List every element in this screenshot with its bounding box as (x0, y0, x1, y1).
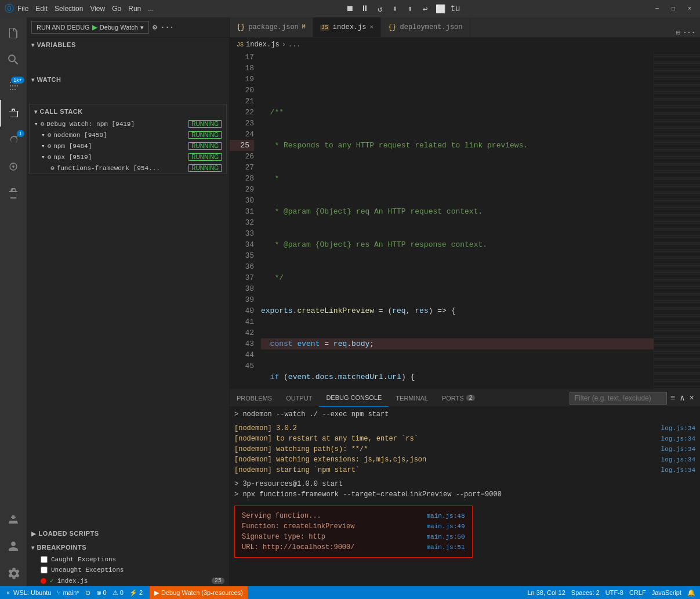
activity-account[interactable] (0, 533, 27, 560)
cursor-position[interactable]: Ln 38, Col 12 (527, 589, 565, 596)
remote-status[interactable]: ⊙ (85, 589, 90, 597)
nodemon-ref-4[interactable]: log.js:34 (661, 454, 695, 465)
callstack-item-4[interactable]: ⚙ functions-framework [954... RUNNING (30, 163, 226, 174)
line-ending-indicator[interactable]: CRLF (629, 589, 646, 596)
url-ref[interactable]: main.js:51 (426, 542, 465, 553)
tab-index-close[interactable]: × (369, 24, 373, 31)
watch-section-title[interactable]: ▾ WATCH (27, 73, 229, 86)
menu-edit[interactable]: Edit (35, 5, 48, 13)
menu-file[interactable]: File (17, 5, 28, 13)
step-over-btn[interactable]: ⬇ (388, 2, 402, 16)
spaces-indicator[interactable]: Spaces: 2 (571, 589, 600, 596)
tab-problems[interactable]: PROBLEMS (230, 389, 279, 407)
tab-debug-console[interactable]: DEBUG CONSOLE (319, 389, 389, 407)
pause-btn[interactable]: ⏸ (358, 2, 372, 16)
uncaught-exceptions-checkbox[interactable] (41, 566, 48, 573)
step-out-btn[interactable]: ↩ (418, 2, 432, 16)
callstack-item-2[interactable]: ▾ ⚙ npm [9484] RUNNING (30, 140, 226, 151)
variables-section: ▾ VARIABLES (27, 38, 229, 73)
callstack-item-3[interactable]: ▾ ⚙ npx [9519] RUNNING (30, 151, 226, 163)
caught-exceptions-checkbox[interactable] (41, 556, 48, 563)
menu-go[interactable]: Go (112, 5, 121, 13)
breakpoints-label: BREAKPOINTS (37, 544, 87, 551)
menu-view[interactable]: View (90, 5, 105, 13)
nodemon-text-3: [nodemon] watching path(s): **/* (234, 444, 368, 454)
breadcrumb-symbol[interactable]: ... (288, 41, 301, 49)
console-nodemon-4: [nodemon] watching extensions: js,mjs,cj… (234, 454, 695, 465)
variables-section-title[interactable]: ▾ VARIABLES (27, 38, 229, 52)
breakpoints-title[interactable]: ▾ BREAKPOINTS (27, 540, 229, 554)
more-actions-icon[interactable]: ··· (683, 29, 695, 37)
nodemon-ref-1[interactable]: log.js:34 (661, 423, 695, 434)
debug-more-icon[interactable]: ··· (161, 23, 174, 32)
tab-index-icon: JS (320, 24, 329, 31)
serving-ref[interactable]: main.js:48 (426, 511, 465, 521)
stop-btn[interactable]: ⏹ (343, 2, 357, 16)
nodemon-ref-3[interactable]: log.js:34 (661, 444, 695, 454)
activity-remote[interactable] (0, 153, 27, 180)
activity-explorer[interactable] (0, 20, 27, 46)
console-collapse-icon[interactable]: ∧ (679, 392, 686, 404)
nodemon-ref-2[interactable]: log.js:34 (661, 434, 695, 444)
menu-more[interactable]: ... (148, 5, 154, 13)
wsl-indicator[interactable]: W WSL: Ubuntu (5, 589, 51, 596)
tab-terminal[interactable]: TERMINAL (389, 389, 435, 407)
workers-status[interactable]: ⚡ 2 (129, 589, 143, 597)
console-list-view-icon[interactable]: ≡ (669, 392, 676, 404)
tab-deployment-json[interactable]: {} deployment.json (381, 17, 470, 37)
minimize-btn[interactable]: ─ (651, 3, 663, 15)
console-nodemon-3: [nodemon] watching path(s): **/* log.js:… (234, 444, 695, 454)
activity-source-control[interactable]: 1k+ (0, 73, 27, 100)
tab-output[interactable]: OUTPUT (279, 389, 319, 407)
errors-status[interactable]: ⊗ 0 (96, 589, 107, 597)
tab-ports[interactable]: PORTS 2 (435, 389, 482, 407)
split-editor-icon[interactable]: ⊟ (676, 28, 680, 37)
watch-section: ▾ WATCH (27, 73, 229, 102)
tab-index-js[interactable]: JS index.js × (313, 17, 381, 37)
panel-actions: ≡ ∧ × (565, 392, 700, 405)
debug-config-btn[interactable]: tu (448, 2, 462, 16)
warnings-status[interactable]: ⚠ 0 (113, 589, 124, 597)
serving-text: Serving function... (242, 511, 321, 521)
step-into-btn[interactable]: ⬆ (403, 2, 417, 16)
breadcrumb-file[interactable]: index.js (246, 41, 280, 49)
debug-status[interactable]: ▶ Debug Watch (3p-resources) (150, 586, 248, 599)
debug-settings-icon[interactable]: ⚙ (153, 23, 157, 32)
encoding-indicator[interactable]: UTF-8 (605, 589, 623, 596)
activity-search[interactable] (0, 46, 27, 73)
maximize-btn[interactable]: □ (668, 3, 679, 15)
menu-run[interactable]: Run (128, 5, 141, 13)
sig-type-text: Signature type: http (242, 532, 325, 542)
activity-settings[interactable] (0, 560, 27, 586)
debug-play-icon: ▶ (154, 589, 159, 597)
language-indicator[interactable]: JavaScript (652, 589, 681, 596)
callstack-item-0[interactable]: ▾ ⚙ Debug Watch: npm [9419] RUNNING (30, 118, 226, 129)
breadcrumb-separator: › (282, 41, 286, 49)
run-debug-button[interactable]: RUN AND DEBUG ▶ Debug Watch ▾ (31, 21, 149, 34)
nodemon-ref-5[interactable]: log.js:34 (661, 465, 695, 475)
notifications-bell[interactable]: 🔔 (687, 589, 695, 597)
close-btn[interactable]: × (684, 3, 695, 15)
git-branch[interactable]: ⑂ main* (57, 589, 79, 596)
console-filter-input[interactable] (570, 392, 667, 405)
menu-selection[interactable]: Selection (55, 5, 83, 13)
loaded-scripts-chevron: ▶ (31, 531, 37, 537)
activity-docker[interactable] (0, 506, 27, 533)
restart-btn[interactable]: ↺ (373, 2, 387, 16)
console-nodemon-5: [nodemon] starting `npm start` log.js:34 (234, 465, 695, 475)
activity-extensions[interactable]: 1 (0, 127, 27, 153)
callstack-item-1[interactable]: ▾ ⚙ nodemon [9450] RUNNING (30, 129, 226, 140)
uncaught-exceptions-label: Uncaught Exceptions (51, 566, 124, 573)
callstack-section-title[interactable]: ▾ CALL STACK (30, 104, 226, 118)
activity-testing[interactable] (0, 180, 27, 207)
continue-btn[interactable]: ⬜ (433, 2, 447, 16)
console-close-icon[interactable]: × (688, 392, 695, 404)
tab-package-json[interactable]: {} package.json M (230, 17, 313, 37)
loaded-scripts-title[interactable]: ▶ LOADED SCRIPTS (27, 526, 229, 540)
sig-type-ref[interactable]: main.js:50 (426, 532, 465, 542)
activity-run-debug[interactable] (0, 100, 27, 127)
code-content[interactable]: /** * Responds to any HTTP request relat… (259, 52, 654, 389)
console-start-2: > npx functions-framework --target=creat… (234, 489, 695, 500)
function-ref[interactable]: main.js:49 (426, 521, 465, 532)
menu-bar[interactable]: File Edit Selection View Go Run ... (17, 5, 154, 13)
